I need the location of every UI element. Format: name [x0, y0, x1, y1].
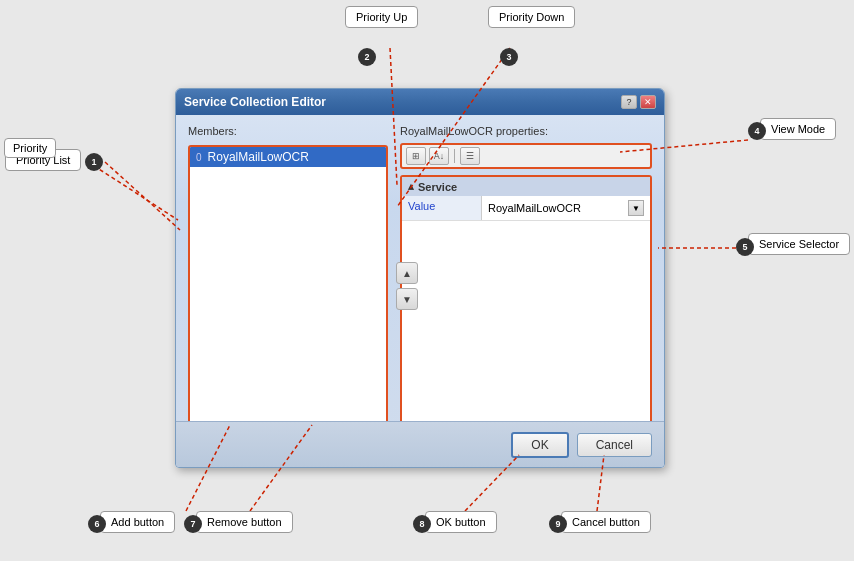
toolbar-view-button[interactable]: ☰	[460, 147, 480, 165]
item-index: 0	[196, 152, 202, 163]
props-section-header: ▴ Service	[402, 177, 650, 196]
view-mode-label: View Mode	[771, 123, 825, 135]
priority-up-button[interactable]: ▲	[396, 262, 418, 284]
cancel-button-label: Cancel button	[572, 516, 640, 528]
priority-down-button[interactable]: ▼	[396, 288, 418, 310]
members-label: Members:	[188, 125, 388, 137]
priority-buttons: ▲ ▼	[396, 262, 418, 310]
section-name: Service	[418, 181, 457, 193]
priority-up-callout: Priority Up	[345, 6, 418, 28]
dialog-title: Service Collection Editor	[184, 95, 326, 109]
badge-number: 2	[364, 52, 369, 62]
view-mode-callout: View Mode	[760, 118, 836, 140]
ok-button[interactable]: OK	[511, 432, 568, 458]
prop-value: RoyalMailLowOCR ▼	[482, 196, 650, 220]
close-button[interactable]: ✕	[640, 95, 656, 109]
svg-line-9	[88, 162, 178, 220]
members-list[interactable]: 0 RoyalMailLowOCR	[190, 147, 386, 425]
list-item[interactable]: 0 RoyalMailLowOCR	[190, 147, 386, 167]
service-selector-label: Service Selector	[759, 238, 839, 250]
priority-down-label: Priority Down	[499, 11, 564, 23]
props-row: Value RoyalMailLowOCR ▼	[402, 196, 650, 221]
remove-button-callout: Remove button	[196, 511, 293, 533]
service-selector-callout: Service Selector	[748, 233, 850, 255]
add-button-badge: 6	[88, 515, 106, 533]
members-wrapper: 0 RoyalMailLowOCR ▲ ▼	[188, 145, 388, 427]
members-list-container: 0 RoyalMailLowOCR	[188, 145, 388, 427]
service-collection-editor-dialog: Service Collection Editor ? ✕ Members: 0…	[175, 88, 665, 468]
ok-button-callout: OK button	[425, 511, 497, 533]
toolbar-separator	[454, 149, 455, 163]
prop-value-text: RoyalMailLowOCR	[488, 202, 581, 214]
priority-down-badge: 3	[500, 48, 518, 66]
badge-number: 8	[419, 519, 424, 529]
priority-label: Priority	[13, 142, 47, 154]
ok-button-badge: 8	[413, 515, 431, 533]
section-collapse-icon[interactable]: ▴	[408, 180, 414, 193]
badge-number: 1	[91, 157, 96, 167]
right-panel: RoyalMailLowOCR properties: ⊞ A↓ ☰ ▴ Ser…	[400, 125, 652, 457]
props-grid: ▴ Service Value RoyalMailLowOCR ▼	[400, 175, 652, 457]
props-toolbar: ⊞ A↓ ☰	[400, 143, 652, 169]
help-button[interactable]: ?	[621, 95, 637, 109]
priority-up-label: Priority Up	[356, 11, 407, 23]
dialog-controls: ? ✕	[621, 95, 656, 109]
view-mode-badge: 4	[748, 122, 766, 140]
dialog-footer: OK Cancel	[176, 421, 664, 467]
prop-name: Value	[402, 196, 482, 220]
badge-number: 3	[506, 52, 511, 62]
svg-line-0	[105, 162, 180, 230]
badge-number: 4	[754, 126, 759, 136]
priority-list-badge: 1	[85, 153, 103, 171]
cancel-button-callout: Cancel button	[561, 511, 651, 533]
toolbar-categorized-button[interactable]: ⊞	[406, 147, 426, 165]
remove-button-badge: 7	[184, 515, 202, 533]
remove-button-label: Remove button	[207, 516, 282, 528]
toolbar-alphabetical-button[interactable]: A↓	[429, 147, 449, 165]
props-label: RoyalMailLowOCR properties:	[400, 125, 652, 137]
service-selector-badge: 5	[736, 238, 754, 256]
badge-number: 6	[94, 519, 99, 529]
dialog-body: Members: 0 RoyalMailLowOCR ▲ ▼ Add	[176, 115, 664, 467]
add-button-callout: Add button	[100, 511, 175, 533]
priority-down-callout: Priority Down	[488, 6, 575, 28]
priority-label-callout: Priority	[4, 138, 56, 158]
left-panel: Members: 0 RoyalMailLowOCR ▲ ▼ Add	[188, 125, 388, 457]
badge-number: 7	[190, 519, 195, 529]
item-name: RoyalMailLowOCR	[208, 150, 309, 164]
badge-number: 5	[742, 242, 747, 252]
dialog-titlebar: Service Collection Editor ? ✕	[176, 89, 664, 115]
ok-button-label: OK button	[436, 516, 486, 528]
dropdown-button[interactable]: ▼	[628, 200, 644, 216]
priority-up-badge: 2	[358, 48, 376, 66]
cancel-button[interactable]: Cancel	[577, 433, 652, 457]
badge-number: 9	[555, 519, 560, 529]
add-button-label: Add button	[111, 516, 164, 528]
cancel-button-badge: 9	[549, 515, 567, 533]
